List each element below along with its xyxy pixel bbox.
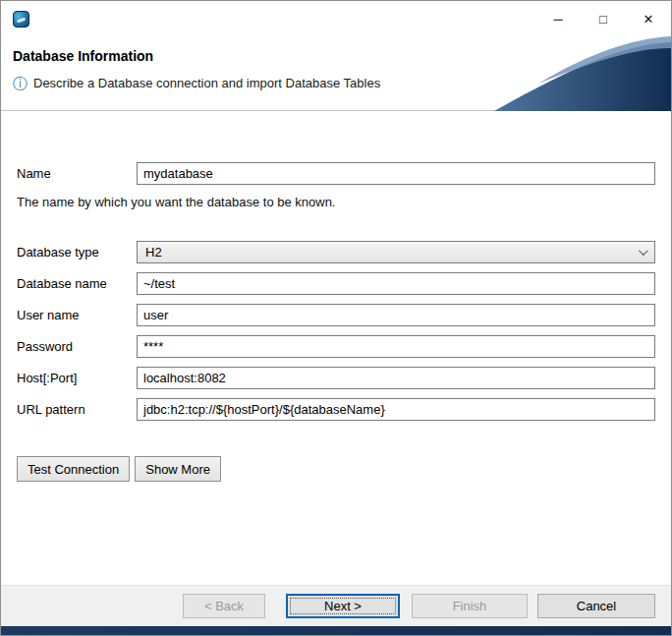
form-area: Name The name by which you want the data… <box>1 111 671 585</box>
form-row-url-pattern: URL pattern <box>17 398 655 421</box>
name-input[interactable] <box>137 162 655 185</box>
name-help-text: The name by which you want the database … <box>17 195 655 209</box>
show-more-button[interactable]: Show More <box>135 456 221 482</box>
url-pattern-input[interactable] <box>137 398 655 421</box>
minimize-icon: ─ <box>553 13 562 26</box>
next-button[interactable]: Next > <box>286 594 400 618</box>
url-pattern-label: URL pattern <box>17 402 137 417</box>
database-type-combobox[interactable]: H2 <box>137 241 655 263</box>
name-label: Name <box>17 166 137 181</box>
back-button[interactable]: < Back <box>183 594 265 618</box>
window-bottom-trim <box>1 626 671 635</box>
aux-buttons-row: Test Connection Show More <box>17 456 655 482</box>
window-controls: ─ □ ✕ <box>535 1 671 36</box>
form-row-host-port: Host[:Port] <box>17 367 655 389</box>
host-port-input[interactable] <box>137 367 655 389</box>
page-description-text: Describe a Database connection and impor… <box>33 76 380 90</box>
wizard-header: Database Information ⓘ Describe a Databa… <box>1 36 671 111</box>
user-name-label: User name <box>17 308 137 322</box>
form-row-database-name: Database name <box>17 272 655 295</box>
header-banner <box>440 36 671 111</box>
close-icon: ✕ <box>644 13 654 26</box>
maximize-button[interactable]: □ <box>581 1 626 36</box>
page-description: ⓘ Describe a Database connection and imp… <box>13 76 380 90</box>
form-row-name: Name <box>17 162 655 185</box>
minimize-button[interactable]: ─ <box>535 1 581 36</box>
database-type-label: Database type <box>17 245 137 260</box>
database-name-label: Database name <box>17 276 137 291</box>
form-row-password: Password <box>17 335 655 358</box>
footer-button-bar: < Back Next > Finish Cancel <box>1 585 671 626</box>
database-name-input[interactable] <box>137 272 655 295</box>
database-wizard-window: ─ □ ✕ Database Information ⓘ Descri <box>0 0 672 636</box>
page-title: Database Information <box>13 48 153 64</box>
chevron-down-icon <box>639 246 648 256</box>
form-row-user-name: User name <box>17 304 655 326</box>
footer-buttons: < Back Next > Finish Cancel <box>183 594 655 618</box>
app-icon <box>13 11 29 28</box>
user-name-input[interactable] <box>137 304 655 326</box>
finish-button[interactable]: Finish <box>412 594 528 618</box>
host-port-label: Host[:Port] <box>17 371 137 385</box>
titlebar: ─ □ ✕ <box>1 1 671 36</box>
password-label: Password <box>17 339 137 354</box>
cancel-button[interactable]: Cancel <box>537 594 655 618</box>
database-type-selected-value: H2 <box>145 245 162 260</box>
info-icon: ⓘ <box>13 76 28 90</box>
form-row-database-type: Database type H2 <box>17 241 655 263</box>
password-input[interactable] <box>137 335 655 358</box>
maximize-icon: □ <box>599 13 607 26</box>
test-connection-button[interactable]: Test Connection <box>17 456 130 482</box>
close-button[interactable]: ✕ <box>626 1 671 36</box>
